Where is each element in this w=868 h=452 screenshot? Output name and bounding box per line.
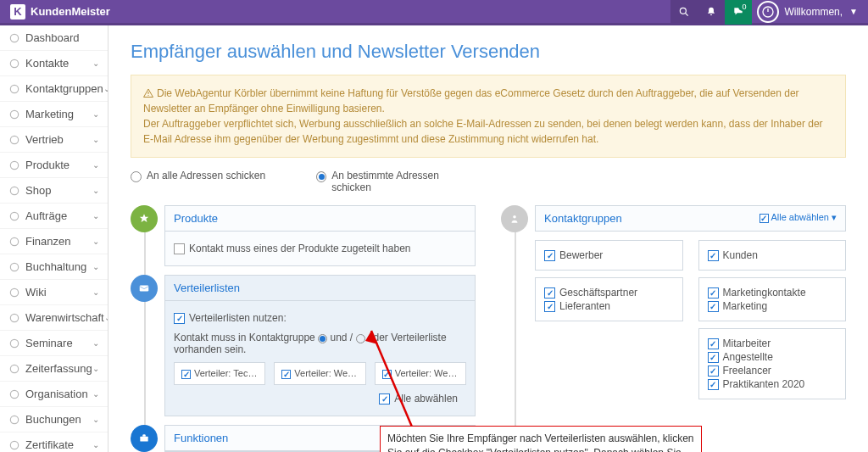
radio-all-addresses[interactable]: An alle Adressen schicken bbox=[131, 170, 265, 193]
checkbox-icon bbox=[708, 287, 719, 299]
checkbox-icon bbox=[174, 243, 185, 254]
checkbox-icon bbox=[174, 313, 185, 324]
checkbox-kunden[interactable]: Kunden bbox=[708, 249, 837, 261]
sidebar-item-label: Warenwirtschaft bbox=[25, 311, 104, 324]
notifications-button[interactable] bbox=[698, 0, 725, 25]
warning-line2: Der Auftraggeber verpflichtet sich, Werb… bbox=[143, 118, 823, 145]
sidebar-item-organisation[interactable]: Organisation⌄ bbox=[0, 382, 108, 407]
svg-point-13 bbox=[10, 263, 18, 271]
panel-title: Kontaktgruppen bbox=[544, 212, 622, 225]
checkbox-praktikanten-2020[interactable]: Praktikanten 2020 bbox=[708, 378, 837, 390]
chevron-down-icon: ⌄ bbox=[92, 59, 99, 68]
link-alle-abwaehlen[interactable]: Alle abwählen ▾ bbox=[760, 212, 837, 225]
sidebar-item-label: Zeiterfassung bbox=[25, 362, 92, 375]
sidebar-item-finanzen[interactable]: Finanzen⌄ bbox=[0, 229, 108, 254]
sidebar-item-zertifikate[interactable]: Zertifikate⌄ bbox=[0, 432, 108, 452]
checkbox-label: Lieferanten bbox=[559, 300, 610, 312]
svg-point-12 bbox=[10, 237, 18, 245]
checkbox-geschäftspartner[interactable]: Geschäftspartner bbox=[544, 287, 674, 299]
radio-icon bbox=[131, 171, 142, 182]
checkbox-verteilerlisten-nutzen[interactable]: Verteilerlisten nutzen: bbox=[174, 312, 287, 324]
chevron-down-icon: ⌄ bbox=[92, 160, 99, 170]
checkbox-angestellte[interactable]: Angestellte bbox=[708, 351, 837, 363]
radio-some-label: An bestimmte Adressen schicken bbox=[331, 170, 469, 193]
section-icon-mail bbox=[131, 275, 158, 302]
panel-verteilerlisten: Verteilerlisten Verteilerlisten nutzen: … bbox=[164, 275, 476, 416]
menu-icon bbox=[8, 312, 20, 324]
chevron-down-icon: ⌄ bbox=[92, 389, 99, 399]
brand-name: KundenMeister bbox=[31, 5, 110, 18]
kontaktgruppe-card: MarketingkontakteMarketing bbox=[698, 277, 847, 321]
radio-oder[interactable] bbox=[356, 332, 365, 343]
sidebar-item-buchungen[interactable]: Buchungen⌄ bbox=[0, 407, 108, 432]
verteiler-card[interactable]: Verteiler: We… bbox=[375, 362, 466, 385]
sidebar-item-warenwirtschaft[interactable]: Warenwirtschaft⌄ bbox=[0, 305, 108, 331]
checkbox-icon bbox=[181, 370, 191, 379]
checkbox-produkt-zugeteilt[interactable]: Kontakt muss eines der Produkte zugeteil… bbox=[174, 243, 411, 254]
verteiler-card[interactable]: Verteiler: We… bbox=[274, 362, 365, 385]
checkbox-alle-abwaehlen[interactable]: Alle abwählen bbox=[379, 393, 458, 405]
sidebar-item-label: Seminare bbox=[25, 337, 73, 349]
user-menu-chevron-icon[interactable]: ▼ bbox=[849, 7, 858, 16]
sidebar-item-label: Dashboard bbox=[25, 31, 80, 44]
checkbox-icon bbox=[708, 250, 719, 261]
sidebar-item-label: Shop bbox=[25, 184, 51, 197]
checkbox-marketing[interactable]: Marketing bbox=[708, 300, 837, 312]
radio-some-addresses[interactable]: An bestimmte Adressen schicken bbox=[316, 170, 469, 193]
checkbox-freelancer[interactable]: Freelancer bbox=[708, 365, 837, 377]
menu-icon bbox=[8, 58, 20, 70]
sidebar-item-vertrieb[interactable]: Vertrieb⌄ bbox=[0, 127, 108, 153]
panel-kontaktgruppen: Kontaktgruppen Alle abwählen ▾ BewerberG… bbox=[535, 205, 846, 406]
search-icon bbox=[678, 6, 690, 18]
svg-point-17 bbox=[10, 365, 18, 372]
sidebar-item-kontakte[interactable]: Kontakte⌄ bbox=[0, 51, 108, 76]
radio-icon bbox=[316, 171, 326, 182]
svg-point-0 bbox=[681, 8, 687, 14]
chevron-down-icon: ⌄ bbox=[92, 364, 99, 373]
sidebar-item-label: Organisation bbox=[25, 388, 88, 400]
checkbox-marketingkontakte[interactable]: Marketingkontakte bbox=[708, 287, 837, 299]
chat-button[interactable]: 0 bbox=[725, 0, 752, 25]
sidebar-item-wiki[interactable]: Wiki⌄ bbox=[0, 280, 108, 305]
checkbox-label: Verteilerlisten nutzen: bbox=[189, 312, 287, 324]
radio-icon bbox=[318, 334, 327, 343]
checkbox-label: Kunden bbox=[723, 249, 758, 261]
checkbox-label: Freelancer bbox=[723, 365, 771, 377]
user-avatar[interactable] bbox=[757, 1, 779, 23]
checkbox-lieferanten[interactable]: Lieferanten bbox=[544, 300, 674, 312]
checkbox-label: Bewerber bbox=[559, 249, 603, 261]
radio-icon bbox=[356, 334, 365, 343]
svg-point-15 bbox=[10, 314, 18, 321]
left-column: Produkte Kontakt muss eines der Produkte… bbox=[131, 205, 476, 452]
search-button[interactable] bbox=[670, 0, 698, 25]
checkbox-label: Marketing bbox=[723, 300, 768, 312]
svg-point-11 bbox=[10, 212, 18, 220]
radio-und[interactable] bbox=[318, 332, 327, 343]
sidebar-item-shop[interactable]: Shop⌄ bbox=[0, 178, 108, 204]
sidebar-item-buchhaltung[interactable]: Buchhaltung⌄ bbox=[0, 254, 108, 280]
sidebar: DashboardKontakte⌄Kontaktgruppen⌄Marketi… bbox=[0, 25, 108, 452]
sidebar-item-marketing[interactable]: Marketing⌄ bbox=[0, 102, 108, 127]
sidebar-item-kontaktgruppen[interactable]: Kontaktgruppen⌄ bbox=[0, 76, 108, 102]
sidebar-item-label: Wiki bbox=[25, 286, 47, 299]
app-header: K KundenMeister 0 Willkommen, ▼ bbox=[0, 0, 868, 25]
sidebar-item-produkte[interactable]: Produkte⌄ bbox=[0, 153, 108, 178]
welcome-text: Willkommen, bbox=[784, 6, 849, 18]
menu-icon bbox=[8, 210, 20, 222]
svg-point-8 bbox=[10, 136, 18, 143]
checkbox-mitarbeiter[interactable]: Mitarbeiter bbox=[708, 338, 837, 349]
svg-point-19 bbox=[10, 416, 18, 423]
chevron-down-icon: ⌄ bbox=[92, 338, 99, 348]
sidebar-item-aufträge[interactable]: Aufträge⌄ bbox=[0, 204, 108, 229]
verteiler-card[interactable]: Verteiler: Tec… bbox=[174, 362, 265, 385]
menu-icon bbox=[8, 338, 20, 349]
menu-icon bbox=[8, 236, 20, 248]
page-title: Empfänger auswählen und Newsletter Verse… bbox=[131, 41, 846, 63]
menu-icon bbox=[8, 134, 20, 146]
sidebar-item-seminare[interactable]: Seminare⌄ bbox=[0, 331, 108, 356]
checkbox-icon bbox=[379, 393, 390, 405]
section-icon-star bbox=[131, 205, 158, 232]
sidebar-item-dashboard[interactable]: Dashboard bbox=[0, 25, 108, 51]
sidebar-item-zeiterfassung[interactable]: Zeiterfassung⌄ bbox=[0, 356, 108, 382]
checkbox-bewerber[interactable]: Bewerber bbox=[544, 249, 674, 261]
